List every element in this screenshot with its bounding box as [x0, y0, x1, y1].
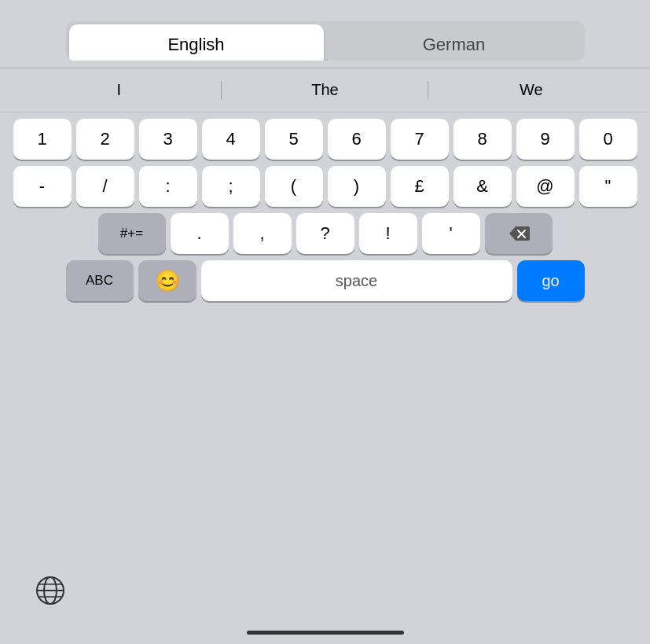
- key-period[interactable]: .: [171, 213, 229, 254]
- key-apostrophe[interactable]: ': [422, 213, 480, 254]
- key-2[interactable]: 2: [76, 119, 134, 160]
- key-1[interactable]: 1: [13, 119, 72, 160]
- key-4[interactable]: 4: [202, 119, 260, 160]
- hashtag-button[interactable]: #+=: [98, 213, 166, 254]
- key-slash[interactable]: /: [76, 166, 134, 207]
- key-dash[interactable]: -: [13, 166, 72, 207]
- key-at[interactable]: @: [516, 166, 575, 207]
- symbol-row: - / : ; ( ) £ & @ ": [3, 166, 647, 207]
- globe-icon: [35, 575, 66, 606]
- home-indicator: [0, 620, 650, 644]
- key-8[interactable]: 8: [454, 119, 512, 160]
- space-button[interactable]: space: [201, 260, 512, 301]
- suggestions-bar: I The We: [0, 68, 650, 112]
- key-quote[interactable]: ": [579, 166, 637, 207]
- suggestion-the[interactable]: The: [222, 75, 428, 105]
- bottom-row: ABC 😊 space go: [3, 260, 647, 301]
- key-ampersand[interactable]: &: [454, 166, 512, 207]
- key-openparen[interactable]: (: [265, 166, 323, 207]
- number-row: 1 2 3 4 5 6 7 8 9 0: [3, 119, 647, 160]
- english-button[interactable]: English: [69, 24, 324, 61]
- key-0[interactable]: 0: [579, 119, 637, 160]
- mixed-row: #+= . , ? ! ': [3, 213, 647, 254]
- key-pound[interactable]: £: [391, 166, 449, 207]
- go-button[interactable]: go: [517, 260, 585, 301]
- key-exclaim[interactable]: !: [359, 213, 417, 254]
- key-semicolon[interactable]: ;: [202, 166, 260, 207]
- suggestion-we[interactable]: We: [428, 75, 634, 105]
- key-comma[interactable]: ,: [233, 213, 292, 254]
- key-colon[interactable]: :: [139, 166, 197, 207]
- emoji-button[interactable]: 😊: [138, 260, 196, 301]
- key-6[interactable]: 6: [328, 119, 386, 160]
- key-5[interactable]: 5: [265, 119, 323, 160]
- bottom-bar: [0, 565, 650, 620]
- suggestion-i[interactable]: I: [16, 75, 222, 105]
- key-7[interactable]: 7: [391, 119, 449, 160]
- keyboard: 1 2 3 4 5 6 7 8 9 0 - / : ; ( ) £ & @ " …: [0, 112, 650, 565]
- delete-button[interactable]: [485, 213, 553, 254]
- key-question[interactable]: ?: [296, 213, 354, 254]
- language-selector: English German: [58, 14, 593, 68]
- key-closeparen[interactable]: ): [328, 166, 386, 207]
- home-bar: [247, 631, 404, 635]
- german-button[interactable]: German: [327, 24, 582, 61]
- abc-button[interactable]: ABC: [66, 260, 134, 301]
- key-3[interactable]: 3: [139, 119, 197, 160]
- globe-button[interactable]: [31, 572, 69, 609]
- key-9[interactable]: 9: [516, 119, 575, 160]
- delete-icon: [508, 225, 530, 242]
- lang-toggle: English German: [66, 21, 585, 61]
